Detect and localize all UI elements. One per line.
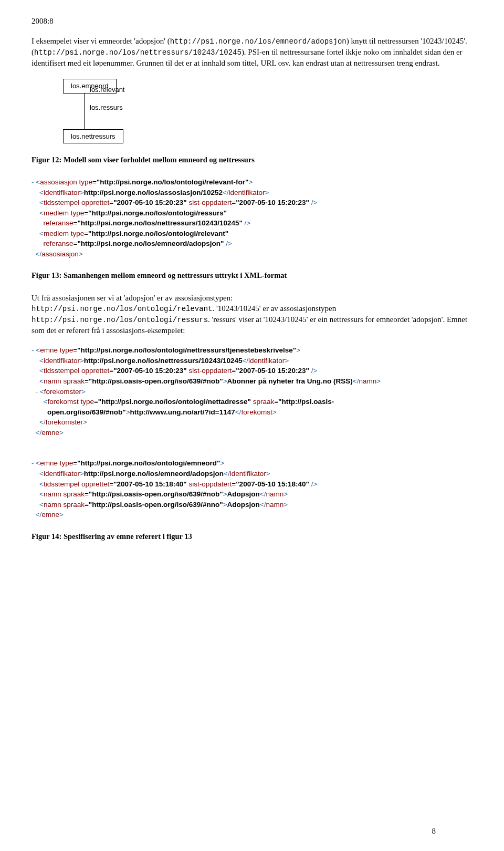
diagram-figure-12: los.emneord los.relevant los.ressurs los… [63,79,472,143]
figure-13-caption: Figur 13: Samanhengen mellom emneord og … [32,271,472,281]
text: . '10243/10245' er av assosiasjonstypen [212,304,336,313]
diagram-edge-label: los.ressurs [85,103,123,112]
url-text: http://psi.norge.no/los/ontologi/relevan… [32,305,212,313]
diagram-edge-label: los.relevant [85,85,124,95]
text: I eksempelet viser vi emneordet 'adopsjo… [32,37,170,45]
page-header: 2008:8 [32,16,472,26]
figure-12-caption: Figur 12: Modell som viser forholdet mel… [32,155,472,165]
figure-14-caption: Figur 14: Spesifisering av emne referert… [32,532,472,542]
paragraph-1: I eksempelet viser vi emneordet 'adopsjo… [32,36,472,68]
paragraph-2: Ut frå assosiasjonen ser vi at 'adopsjon… [32,293,472,336]
diagram-box-bottom: los.nettressurs [63,129,123,144]
url-text: http://psi.norge.no/los/ontologi/ressurs [32,316,208,324]
page-number: 8 [432,826,436,836]
url-text: http://psi.norge.no/los/nettressurs/1024… [34,48,242,57]
document-page: 2008:8 I eksempelet viser vi emneordet '… [32,16,472,846]
xml-snippet-1: - <assosiasjon type="http://psi.norge.no… [32,177,472,260]
xml-snippet-2: - <emne type="http://psi.norge.no/los/on… [32,345,472,520]
text: Ut frå assosiasjonen ser vi at 'adopsjon… [32,294,233,302]
diagram-line [84,111,85,129]
url-text: http://psi.norge.no/los/emneord/adopsjon [170,37,346,46]
